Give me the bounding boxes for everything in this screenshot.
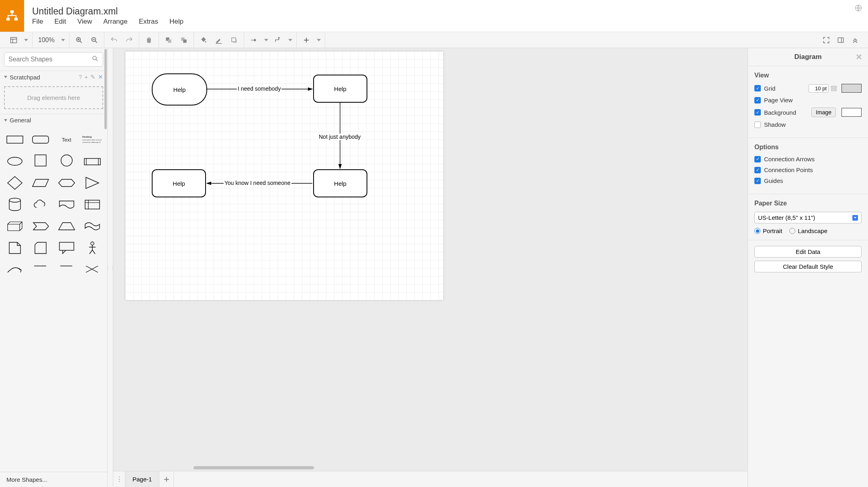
insert-caret[interactable] bbox=[317, 39, 321, 41]
shape-cloud[interactable] bbox=[31, 197, 51, 213]
shape-diamond[interactable] bbox=[5, 175, 25, 191]
edge-label-2[interactable]: Not just anybody bbox=[318, 134, 361, 140]
portrait-radio[interactable] bbox=[754, 228, 760, 234]
shape-partial2[interactable] bbox=[57, 262, 77, 278]
shape-cube[interactable] bbox=[5, 218, 25, 234]
page-view-checkbox[interactable]: ✓ bbox=[754, 97, 761, 103]
shape-rectangle[interactable] bbox=[5, 132, 25, 148]
shape-ellipse[interactable] bbox=[5, 153, 25, 169]
node-help-2[interactable]: Help bbox=[313, 75, 367, 103]
shape-circle[interactable] bbox=[57, 153, 77, 169]
shape-partial1[interactable] bbox=[31, 262, 51, 278]
grid-size-stepper[interactable] bbox=[831, 86, 837, 91]
background-image-button[interactable]: Image bbox=[811, 108, 836, 117]
to-front-button[interactable] bbox=[163, 34, 174, 46]
tab-page-1[interactable]: Page-1 bbox=[125, 471, 159, 487]
shadow-button[interactable] bbox=[228, 34, 240, 46]
connection-caret[interactable] bbox=[264, 39, 268, 41]
shape-triangle[interactable] bbox=[82, 175, 102, 191]
shape-curve[interactable] bbox=[5, 262, 25, 278]
conn-arrows-checkbox[interactable]: ✓ bbox=[754, 156, 761, 162]
paper-size-select[interactable]: US-Letter (8,5" x 11") bbox=[754, 212, 862, 223]
zoom-out-button[interactable] bbox=[89, 34, 100, 46]
guides-checkbox[interactable]: ✓ bbox=[754, 178, 761, 184]
zoom-level[interactable]: 100% bbox=[37, 37, 56, 44]
scratchpad-help-icon[interactable]: ? bbox=[79, 73, 82, 81]
view-mode-button[interactable] bbox=[8, 34, 19, 46]
shape-actor[interactable] bbox=[82, 240, 102, 256]
edit-data-button[interactable]: Edit Data bbox=[754, 246, 862, 258]
shape-heading[interactable]: HeadingLorem ipsum dolor sit amet consec… bbox=[82, 132, 102, 148]
node-help-4[interactable]: Help bbox=[152, 169, 206, 197]
waypoint-style-button[interactable] bbox=[272, 34, 283, 46]
app-logo[interactable] bbox=[0, 0, 24, 32]
delete-button[interactable] bbox=[143, 34, 155, 46]
shape-square[interactable] bbox=[31, 153, 51, 169]
canvas-horizontal-scrollbar[interactable] bbox=[194, 466, 314, 469]
view-mode-caret[interactable] bbox=[24, 39, 28, 41]
diagram-paper[interactable]: Help Help Help Help I need somebody Not … bbox=[125, 51, 443, 300]
fullscreen-button[interactable] bbox=[821, 34, 832, 46]
shape-tape[interactable] bbox=[82, 218, 102, 234]
landscape-radio[interactable] bbox=[789, 228, 795, 234]
scratchpad-close-icon[interactable]: ✕ bbox=[98, 73, 103, 81]
connection-style-button[interactable] bbox=[248, 34, 259, 46]
menu-arrange[interactable]: Arrange bbox=[103, 18, 127, 26]
scratchpad-dropzone[interactable]: Drag elements here bbox=[4, 86, 103, 109]
shape-parallelogram[interactable] bbox=[31, 175, 51, 191]
menu-file[interactable]: File bbox=[32, 18, 43, 26]
collapse-button[interactable] bbox=[850, 34, 861, 46]
format-panel-button[interactable] bbox=[835, 34, 846, 46]
shape-internal-storage[interactable] bbox=[82, 197, 102, 213]
waypoint-caret[interactable] bbox=[288, 39, 292, 41]
clear-default-style-button[interactable]: Clear Default Style bbox=[754, 261, 862, 272]
scratchpad-edit-icon[interactable]: ✎ bbox=[90, 73, 96, 81]
undo-button[interactable] bbox=[108, 34, 120, 46]
shape-hexagon[interactable] bbox=[57, 175, 77, 191]
shape-card[interactable] bbox=[31, 240, 51, 256]
shape-process[interactable] bbox=[82, 153, 102, 169]
edge-label-3[interactable]: You know I need someone bbox=[224, 180, 291, 186]
background-color-swatch[interactable] bbox=[842, 108, 862, 117]
shadow-checkbox[interactable] bbox=[754, 122, 761, 128]
menu-edit[interactable]: Edit bbox=[54, 18, 66, 26]
grid-color-swatch[interactable] bbox=[842, 84, 862, 93]
shape-step[interactable] bbox=[31, 218, 51, 234]
zoom-caret[interactable] bbox=[61, 39, 65, 41]
tab-menu-button[interactable]: ⋮ bbox=[113, 471, 125, 487]
grid-size-input[interactable] bbox=[809, 84, 829, 93]
background-checkbox[interactable]: ✓ bbox=[754, 109, 761, 116]
insert-button[interactable] bbox=[301, 34, 312, 46]
document-title[interactable]: Untitled Diagram.xml bbox=[32, 6, 849, 17]
more-shapes-button[interactable]: More Shapes... bbox=[0, 472, 107, 487]
shape-link[interactable] bbox=[82, 262, 102, 278]
menu-extras[interactable]: Extras bbox=[139, 18, 158, 26]
shape-trapezoid[interactable] bbox=[57, 218, 77, 234]
edge-label-1[interactable]: I need somebody bbox=[237, 85, 281, 92]
language-icon[interactable] bbox=[854, 4, 862, 14]
node-help-3[interactable]: Help bbox=[313, 169, 367, 197]
shape-rounded-rect[interactable] bbox=[31, 132, 51, 148]
canvas-viewport[interactable]: Help Help Help Help I need somebody Not … bbox=[113, 48, 748, 471]
sidebar-scrollbar[interactable] bbox=[104, 48, 107, 487]
general-header[interactable]: General bbox=[0, 114, 107, 126]
scratchpad-header[interactable]: Scratchpad ? + ✎ ✕ bbox=[0, 71, 107, 83]
grid-checkbox[interactable]: ✓ bbox=[754, 85, 761, 91]
redo-button[interactable] bbox=[124, 34, 135, 46]
scratchpad-add-icon[interactable]: + bbox=[84, 73, 88, 81]
menu-view[interactable]: View bbox=[77, 18, 92, 26]
shape-text[interactable]: Text bbox=[57, 132, 77, 148]
search-input[interactable] bbox=[8, 56, 92, 63]
zoom-in-button[interactable] bbox=[73, 34, 85, 46]
shape-note[interactable] bbox=[5, 240, 25, 256]
conn-points-checkbox[interactable]: ✓ bbox=[754, 167, 761, 173]
shape-document[interactable] bbox=[57, 197, 77, 213]
add-page-button[interactable]: + bbox=[159, 471, 174, 487]
line-color-button[interactable] bbox=[213, 34, 224, 46]
shape-cylinder[interactable] bbox=[5, 197, 25, 213]
node-help-1[interactable]: Help bbox=[152, 73, 207, 106]
fill-color-button[interactable] bbox=[198, 34, 209, 46]
sidebar-splitter[interactable]: ⋮⋮ bbox=[108, 48, 113, 487]
search-shapes-box[interactable] bbox=[4, 52, 103, 67]
to-back-button[interactable] bbox=[178, 34, 189, 46]
